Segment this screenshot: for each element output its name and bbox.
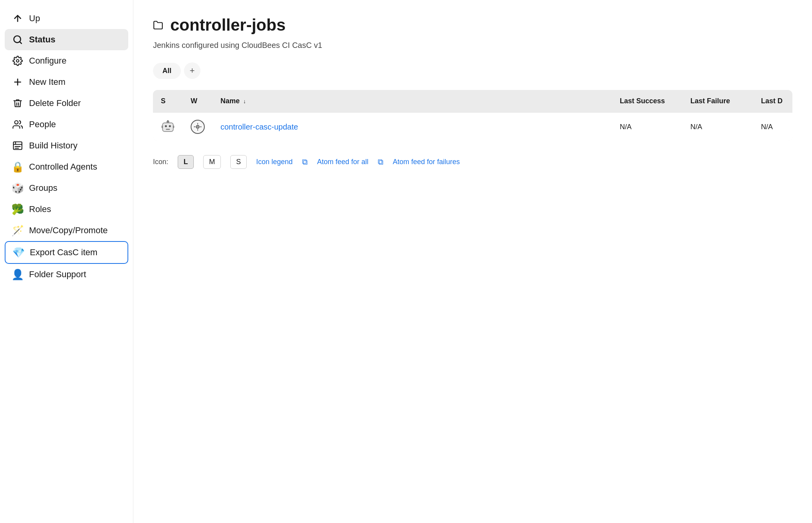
name-cell: controller-casc-update [213,113,612,141]
sidebar-item-build-history[interactable]: Build History [5,135,128,156]
feed-icon-failures: ⧉ [378,157,383,166]
svg-point-14 [169,125,171,127]
col-header-s: S [153,90,183,113]
sidebar-item-label-delete-folder: Delete Folder [29,98,81,108]
sidebar-item-folder-support[interactable]: 👤Folder Support [5,264,128,285]
up-icon [12,13,24,24]
sidebar-item-label-controlled-agents: Controlled Agents [29,162,97,172]
status-icon [12,35,24,45]
svg-point-21 [197,126,198,128]
col-header-last-success: Last Success [612,90,683,113]
job-name-link[interactable]: controller-casc-update [220,123,298,131]
sidebar-item-label-folder-support: Folder Support [29,269,86,280]
sidebar-item-label-roles: Roles [29,204,51,214]
sidebar-item-roles[interactable]: 🥦Roles [5,199,128,220]
sidebar-item-label-configure: Configure [29,56,66,66]
folder-support-icon: 👤 [12,269,24,280]
sidebar-item-controlled-agents[interactable]: 🔒Controlled Agents [5,156,128,177]
table-row: controller-casc-updateN/AN/AN/A [153,113,792,141]
groups-icon: 🎲 [12,183,24,193]
col-header-name: Name ↓ [213,90,612,113]
export-casc-icon: 💎 [13,247,24,258]
sidebar: UpStatusConfigureNew ItemDelete FolderPe… [0,0,133,523]
table-header: S W Name ↓ Last Success Last Failure Las… [153,90,792,113]
page-title: controller-jobs [170,16,286,35]
configure-icon [12,56,24,66]
sidebar-item-export-casc[interactable]: 💎Export CasC item [5,241,128,264]
sidebar-item-label-export-casc: Export CasC item [30,247,97,258]
sidebar-item-groups[interactable]: 🎲Groups [5,177,128,199]
svg-point-6 [15,121,18,124]
tab-bar: All + [153,62,792,79]
feed-icon-all: ⧉ [302,157,308,166]
build-history-icon [12,141,24,151]
last-success-cell: N/A [612,113,683,141]
sidebar-item-status[interactable]: Status [5,29,128,50]
icon-legend-link[interactable]: Icon legend [256,158,293,166]
move-copy-promote-icon: 🪄 [12,225,24,236]
svg-rect-19 [173,126,174,128]
page-header: controller-jobs [153,16,792,35]
status-icon [161,120,175,134]
sidebar-item-move-copy-promote[interactable]: 🪄Move/Copy/Promote [5,220,128,241]
new-item-icon [12,77,24,87]
weather-cell [183,113,213,141]
svg-line-2 [20,42,22,44]
sidebar-item-label-move-copy-promote: Move/Copy/Promote [29,225,108,236]
sidebar-item-label-build-history: Build History [29,141,77,151]
jobs-table: S W Name ↓ Last Success Last Failure Las… [153,90,792,141]
sort-arrow: ↓ [243,98,246,104]
last-d-cell: N/A [753,113,792,141]
svg-point-13 [165,125,167,127]
icon-size-btn-s[interactable]: S [230,155,247,169]
sidebar-item-configure[interactable]: Configure [5,50,128,71]
atom-feed-failures-link[interactable]: Atom feed for failures [393,158,460,166]
col-header-last-d: Last D [753,90,792,113]
sidebar-item-new-item[interactable]: New Item [5,71,128,93]
icon-label: Icon: [153,158,168,166]
last-failure-cell: N/A [683,113,753,141]
footer-bar: Icon:LMS Icon legend ⧉ Atom feed for all… [153,155,792,169]
col-header-last-failure: Last Failure [683,90,753,113]
table-body: controller-casc-updateN/AN/AN/A [153,113,792,141]
svg-rect-12 [162,123,173,132]
tab-add-button[interactable]: + [184,62,200,79]
roles-icon: 🥦 [12,204,24,214]
sidebar-item-label-status: Status [29,35,55,45]
weather-icon [191,120,205,134]
people-icon [12,119,24,130]
sidebar-item-delete-folder[interactable]: Delete Folder [5,93,128,114]
col-header-w: W [183,90,213,113]
controlled-agents-icon: 🔒 [12,162,24,172]
icon-size-btn-l[interactable]: L [178,155,194,169]
svg-point-17 [167,120,168,121]
subtitle: Jenkins configured using CloudBees CI Ca… [153,41,792,50]
tab-all[interactable]: All [153,63,181,79]
sidebar-item-people[interactable]: People [5,114,128,135]
folder-icon [153,20,163,30]
main-content: controller-jobs Jenkins configured using… [133,0,812,523]
svg-point-3 [16,60,19,62]
svg-rect-15 [166,129,170,130]
svg-rect-18 [162,126,163,128]
status-cell [153,113,183,141]
sidebar-item-up[interactable]: Up [5,8,128,29]
delete-folder-icon [12,98,24,108]
icon-size-btn-m[interactable]: M [203,155,221,169]
atom-feed-all-link[interactable]: Atom feed for all [317,158,368,166]
sidebar-item-label-groups: Groups [29,183,57,193]
sidebar-item-label-up: Up [29,13,40,24]
sidebar-item-label-people: People [29,119,56,130]
sidebar-item-label-new-item: New Item [29,77,66,87]
